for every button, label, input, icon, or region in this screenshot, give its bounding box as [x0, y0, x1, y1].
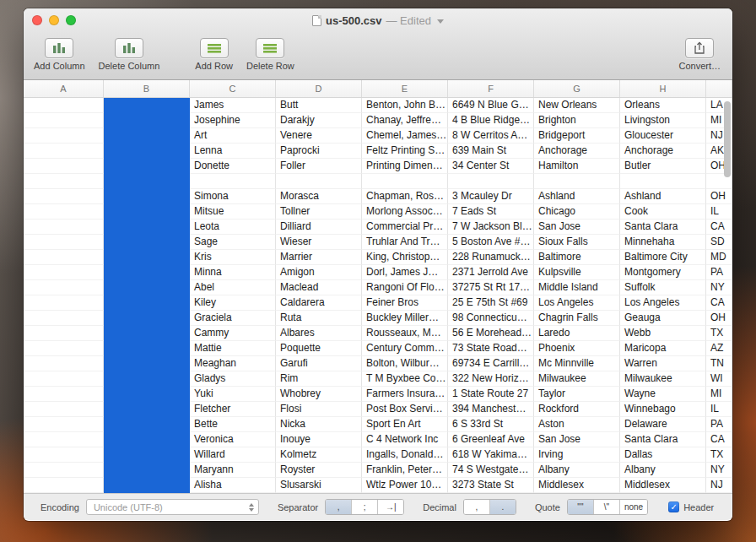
table-cell[interactable]: Phoenix — [534, 341, 620, 356]
table-cell[interactable]: Maclead — [276, 280, 362, 295]
table-cell[interactable]: Kiley — [190, 295, 276, 311]
table-cell[interactable]: Josephine — [190, 113, 276, 128]
table-cell[interactable]: Truhlar And Tr… — [362, 235, 448, 250]
table-cell[interactable]: Dilliard — [276, 220, 362, 235]
table-cell[interactable]: Commercial Pr… — [362, 220, 448, 235]
table-cell[interactable]: 6 S 33rd St — [448, 417, 534, 432]
separator-option[interactable]: →| — [378, 500, 403, 514]
table-cell[interactable]: Paprocki — [276, 144, 362, 159]
table-cell[interactable]: Ashland — [620, 189, 706, 204]
table-cell[interactable]: Orleans — [620, 98, 706, 113]
table-cell[interactable]: Los Angeles — [534, 295, 620, 311]
table-cell[interactable]: 639 Main St — [448, 144, 534, 159]
separator-option[interactable]: , — [326, 500, 352, 514]
table-cell[interactable]: Lenna — [190, 144, 276, 159]
table-cell[interactable]: Whobrey — [276, 387, 362, 402]
table-cell[interactable]: Webb — [620, 326, 706, 341]
table-cell[interactable]: Livingston — [620, 113, 706, 128]
table-cell[interactable]: Delaware — [620, 417, 706, 432]
table-cell[interactable]: James — [190, 98, 276, 113]
table-cell[interactable]: Sioux Falls — [534, 235, 620, 250]
table-cell[interactable] — [104, 463, 190, 478]
table-cell[interactable] — [24, 128, 104, 144]
table-cell[interactable]: Bette — [190, 417, 276, 432]
table-cell[interactable]: T M Byxbee Co… — [362, 371, 448, 387]
table-cell[interactable]: Chicago — [534, 204, 620, 220]
table-cell[interactable] — [24, 417, 104, 432]
table-cell[interactable] — [104, 113, 190, 128]
table-cell[interactable] — [104, 189, 190, 204]
table-cell[interactable]: Chapman, Ros… — [362, 189, 448, 204]
table-cell[interactable]: 6649 N Blue G… — [448, 98, 534, 113]
table-cell[interactable]: King, Christop… — [362, 250, 448, 265]
column-header-D[interactable]: D — [276, 80, 362, 97]
table-cell[interactable]: Taylor — [534, 387, 620, 402]
table-cell[interactable]: Veronica — [190, 432, 276, 447]
table-cell[interactable]: 228 Runamuck… — [448, 250, 534, 265]
table-cell[interactable]: Art — [190, 128, 276, 144]
table-cell[interactable] — [534, 174, 620, 189]
column-header-H[interactable]: H — [620, 80, 706, 97]
table-cell[interactable] — [24, 113, 104, 128]
table-cell[interactable]: New Orleans — [534, 98, 620, 113]
table-cell[interactable]: Slusarski — [276, 478, 362, 493]
table-cell[interactable]: Post Box Servi… — [362, 402, 448, 417]
table-cell[interactable]: 25 E 75th St #69 — [448, 295, 534, 311]
table-cell[interactable]: Abel — [190, 280, 276, 295]
table-cell[interactable] — [24, 371, 104, 387]
table-cell[interactable]: Gloucester — [620, 128, 706, 144]
table-cell[interactable]: 322 New Horiz… — [448, 371, 534, 387]
table-cell[interactable]: Donette — [190, 159, 276, 174]
table-cell[interactable] — [24, 311, 104, 326]
table-cell[interactable]: 2371 Jerrold Ave — [448, 265, 534, 280]
table-cell[interactable]: Morlong Assoc… — [362, 204, 448, 220]
quote-option[interactable]: \" — [594, 500, 620, 514]
table-cell[interactable]: Laredo — [534, 326, 620, 341]
table-cell[interactable]: Darakjy — [276, 113, 362, 128]
table-cell[interactable] — [24, 220, 104, 235]
table-cell[interactable]: Albany — [534, 463, 620, 478]
table-cell[interactable] — [24, 235, 104, 250]
table-cell[interactable]: Albares — [276, 326, 362, 341]
table-cell[interactable]: Baltimore City — [620, 250, 706, 265]
table-cell[interactable]: Ashland — [534, 189, 620, 204]
table-cell[interactable]: Middle Island — [534, 280, 620, 295]
decimal-option[interactable]: , — [464, 500, 490, 514]
table-cell[interactable] — [24, 280, 104, 295]
scrollbar-thumb[interactable] — [724, 101, 731, 177]
table-cell[interactable] — [24, 341, 104, 356]
table-cell[interactable]: Ruta — [276, 311, 362, 326]
table-cell[interactable]: Graciela — [190, 311, 276, 326]
table-cell[interactable]: 618 W Yakima… — [448, 447, 534, 463]
table-cell[interactable] — [24, 432, 104, 447]
column-header-C[interactable]: C — [190, 80, 276, 97]
table-cell[interactable]: Yuki — [190, 387, 276, 402]
window-titlebar[interactable]: us-500.csv — Edited — [24, 8, 732, 32]
table-cell[interactable]: Kolmetz — [276, 447, 362, 463]
column-header-G[interactable]: G — [534, 80, 620, 97]
table-cell[interactable] — [24, 387, 104, 402]
table-cell[interactable] — [104, 174, 190, 189]
table-cell[interactable]: Printing Dimen… — [362, 159, 448, 174]
table-cell[interactable]: Montgomery — [620, 265, 706, 280]
table-cell[interactable]: Tollner — [276, 204, 362, 220]
table-cell[interactable] — [104, 265, 190, 280]
table-cell[interactable]: Middlesex — [620, 478, 706, 493]
table-cell[interactable]: 56 E Morehead… — [448, 326, 534, 341]
table-cell[interactable]: Garufi — [276, 356, 362, 371]
delete-row-button[interactable]: Delete Row — [246, 38, 294, 71]
table-cell[interactable]: Albany — [620, 463, 706, 478]
table-cell[interactable]: Milwaukee — [620, 371, 706, 387]
table-cell[interactable]: Cook — [620, 204, 706, 220]
column-header-A[interactable]: A — [24, 80, 104, 97]
table-cell[interactable] — [190, 174, 276, 189]
table-cell[interactable]: 73 State Road… — [448, 341, 534, 356]
table-cell[interactable] — [104, 295, 190, 311]
table-cell[interactable]: 4 B Blue Ridge… — [448, 113, 534, 128]
table-cell[interactable] — [104, 478, 190, 493]
table-cell[interactable] — [104, 98, 190, 113]
table-cell[interactable]: 1 State Route 27 — [448, 387, 534, 402]
table-cell[interactable]: 3273 State St — [448, 478, 534, 493]
table-cell[interactable]: Gladys — [190, 371, 276, 387]
table-cell[interactable] — [104, 311, 190, 326]
